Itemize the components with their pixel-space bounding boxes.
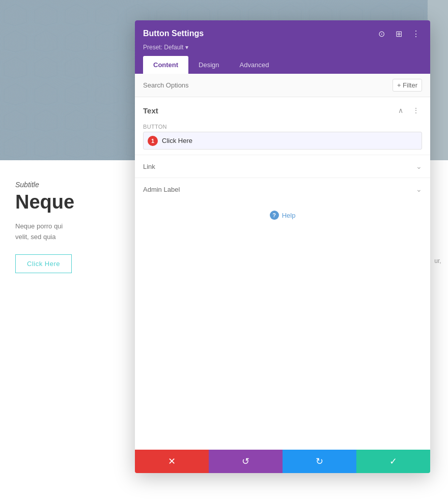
modal-title: Button Settings (143, 29, 204, 38)
content-button[interactable]: Click Here (15, 254, 72, 273)
modal-tabs: Content Design Advanced (143, 56, 422, 74)
redo-button[interactable]: ↻ (283, 450, 356, 473)
button-settings-modal: Button Settings ⊙ ⊞ ⋮ Preset: Default ▾ … (135, 20, 430, 473)
filter-button[interactable]: + Filter (393, 79, 422, 92)
admin-label-section: Admin Label ⌄ (135, 178, 430, 200)
cancel-button[interactable]: ✕ (135, 450, 209, 473)
content-body: Neque porro qui velit, sed quia (15, 221, 120, 243)
text-section-header: Text ∧ ⋮ (135, 97, 430, 122)
modal-header-top: Button Settings ⊙ ⊞ ⋮ (143, 27, 422, 40)
section-more-btn[interactable]: ⋮ (410, 104, 422, 116)
right-bg (428, 0, 448, 160)
reset-button[interactable]: ↺ (209, 450, 283, 473)
content-title: Neque (15, 192, 120, 213)
link-section-header[interactable]: Link ⌄ (143, 155, 422, 178)
admin-label-section-title: Admin Label (143, 186, 180, 193)
tab-advanced[interactable]: Advanced (230, 56, 279, 74)
save-button[interactable]: ✓ (356, 450, 430, 473)
tab-content[interactable]: Content (143, 56, 188, 74)
admin-label-chevron-icon: ⌄ (416, 185, 422, 193)
button-field-input-wrapper: 1 (143, 132, 422, 150)
help-section[interactable]: ? Help (135, 200, 430, 230)
search-input[interactable] (143, 81, 393, 89)
link-section: Link ⌄ (135, 155, 430, 178)
button-field-label: Button (143, 124, 422, 130)
content-subtitle: Subtitle (15, 181, 120, 189)
tab-design[interactable]: Design (188, 56, 229, 74)
link-chevron-icon: ⌄ (416, 162, 422, 170)
right-partial-text: ur, (428, 160, 448, 361)
modal-footer: ✕ ↺ ↻ ✓ (135, 450, 430, 473)
field-badge: 1 (148, 136, 158, 146)
link-section-title: Link (143, 163, 155, 170)
text-section-title: Text (143, 106, 158, 115)
modal-header: Button Settings ⊙ ⊞ ⋮ Preset: Default ▾ … (135, 20, 430, 74)
preset-label[interactable]: Preset: Default ▾ (143, 44, 422, 51)
button-text-input[interactable] (162, 132, 417, 149)
modal-body: + Filter Text ∧ ⋮ Button 1 Link ⌄ (135, 74, 430, 450)
collapse-section-btn[interactable]: ∧ (395, 104, 407, 116)
help-icon: ? (270, 211, 279, 220)
button-field-row: Button 1 (135, 122, 430, 155)
more-icon[interactable]: ⋮ (410, 27, 422, 40)
help-label: Help (282, 212, 296, 219)
search-bar: + Filter (135, 74, 430, 97)
section-controls: ∧ ⋮ (395, 104, 422, 116)
content-section: Subtitle Neque Neque porro qui velit, se… (0, 160, 135, 361)
modal-header-icons: ⊙ ⊞ ⋮ (375, 27, 422, 40)
columns-icon[interactable]: ⊞ (393, 27, 405, 40)
admin-label-section-header[interactable]: Admin Label ⌄ (143, 178, 422, 200)
settings-icon[interactable]: ⊙ (375, 27, 387, 40)
